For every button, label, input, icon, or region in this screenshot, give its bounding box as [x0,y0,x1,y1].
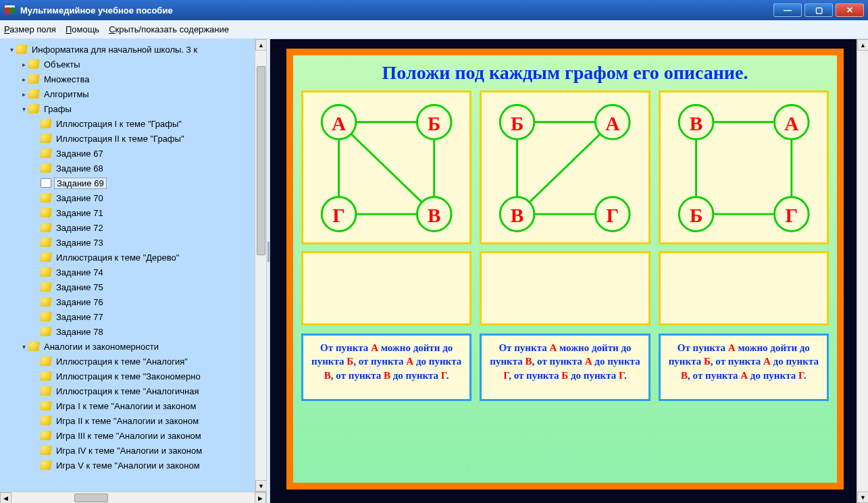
tree-item[interactable]: Задание 72 [3,220,266,235]
book-icon [40,282,52,292]
tree-item[interactable]: Игра II к теме "Аналогии и законом [3,413,266,428]
drop-target-2[interactable] [480,251,650,325]
tree-item[interactable]: Иллюстрация II к теме "Графы" [3,131,266,146]
window-minimize-button[interactable]: — [773,3,802,17]
scroll-up-icon[interactable]: ▲ [255,39,266,51]
tree-item[interactable]: Игра I к теме "Аналогии и законом [3,398,266,413]
tree-item[interactable]: Задание 74 [3,265,266,280]
description-card-3[interactable]: От пункта А можно дойти до пункта Б, от … [659,334,829,401]
scroll-down-icon[interactable]: ▼ [255,480,266,492]
open-book-icon [41,178,51,188]
tree-item-label: Игра III к теме "Аналогии и законом [54,431,203,441]
scroll-thumb[interactable] [257,66,265,255]
tree-item[interactable]: Задание 68 [3,161,266,176]
tree-item[interactable]: ▾Графы [3,101,266,116]
menu-size[interactable]: Размер поля [4,24,56,34]
tree-item[interactable]: Игра IV к теме "Аналогии и законом [3,443,266,458]
svg-text:Б: Б [511,113,524,134]
tree-item-label: Задание 67 [54,149,105,159]
scroll-thumb[interactable] [74,494,108,502]
book-icon [40,371,52,381]
book-icon [28,89,40,99]
svg-text:А: А [332,113,346,134]
tree-twisty-icon[interactable]: ▸ [19,90,28,98]
book-icon [40,208,52,217]
graph-cell-3: ВАБГ [659,90,829,244]
tree-item[interactable]: ▸Объекты [3,57,266,72]
description-card-2[interactable]: От пункта А можно дойти до пункта В, от … [480,334,650,401]
book-icon [40,223,52,232]
window-titlebar: Мультимедийное учебное пособие — ▢ ✕ [0,0,868,20]
app-icon [4,4,16,16]
tree-item[interactable]: ▸Множества [3,72,266,86]
tree-item[interactable]: Иллюстрация к теме "Аналогичная [3,383,266,398]
book-icon [28,104,40,113]
window-close-button[interactable]: ✕ [836,3,864,17]
tree-item-label: Иллюстрация к теме "Аналогичная [54,386,201,396]
scroll-left-icon[interactable]: ◀ [0,492,11,503]
tree-item[interactable]: ▾Информатика для начальной школы. 3 к [3,42,266,57]
book-icon [28,342,40,351]
description-card-1[interactable]: От пункта А можно дойти до пункта Б, от … [301,334,471,401]
tree-twisty-icon[interactable]: ▾ [19,105,28,113]
content-vertical-scrollbar[interactable]: ▲ ▼ [857,39,868,503]
book-icon [40,163,52,173]
tree-item-label: Множества [42,74,91,84]
menu-toggle-contents[interactable]: Скрыть/показать содержание [109,24,229,34]
window-maximize-button[interactable]: ▢ [805,3,833,17]
tree-item[interactable]: Задание 76 [3,294,266,309]
book-icon [16,45,28,54]
svg-text:В: В [428,205,440,226]
task-title: Положи под каждым графом его описание. [301,62,829,84]
tree-item[interactable]: Задание 71 [3,205,266,220]
menu-bar: Размер поля Помощь Скрыть/показать содер… [0,20,868,39]
tree-item-label: Задание 70 [54,193,105,203]
tree-item[interactable]: Игра III к теме "Аналогии и законом [3,428,266,443]
content-viewport: Положи под каждым графом его описание. А… [270,39,868,503]
tree-item[interactable]: ▸Алгоритмы [3,86,266,101]
book-icon [40,356,52,366]
tree-item[interactable]: Задание 73 [3,235,266,250]
tree-item[interactable]: Иллюстрация к теме "Аналогия" [3,354,266,369]
contents-tree[interactable]: ▾Информатика для начальной школы. 3 к▸Об… [0,39,266,492]
tree-twisty-icon[interactable]: ▸ [19,76,28,83]
svg-text:Г: Г [607,205,619,226]
tree-twisty-icon[interactable]: ▾ [19,343,28,350]
tree-item-label: Задание 68 [54,163,105,174]
tree-vertical-scrollbar[interactable]: ▲ ▼ [255,39,266,492]
svg-text:В: В [511,205,524,226]
drop-targets-row [301,251,829,325]
svg-text:Б: Б [428,113,440,134]
book-icon [40,312,52,321]
svg-text:Г: Г [785,205,798,226]
tree-item[interactable]: ▾Аналогии и закономерности [3,339,266,354]
tree-item[interactable]: Задание 70 [3,190,266,205]
tree-item[interactable]: Задание 75 [3,280,266,294]
scroll-down-icon[interactable]: ▼ [857,492,868,503]
tree-item[interactable]: Задание 67 [3,146,266,161]
book-icon [40,134,52,143]
tree-horizontal-scrollbar[interactable]: ◀ ▶ [0,492,266,503]
tree-item[interactable]: Задание 77 [3,309,266,324]
tree-item[interactable]: Задание 69 [3,176,266,190]
scroll-up-icon[interactable]: ▲ [857,39,868,51]
menu-help[interactable]: Помощь [66,24,99,34]
tree-item[interactable]: Иллюстрация к теме "Закономерно [3,369,266,383]
tree-item-label: Задание 72 [54,223,105,233]
book-icon [40,193,52,203]
tree-item[interactable]: Задание 78 [3,324,266,339]
tree-twisty-icon[interactable]: ▾ [7,46,16,53]
svg-text:Г: Г [332,205,345,226]
scroll-right-icon[interactable]: ▶ [255,492,266,503]
tree-item[interactable]: Игра V к теме "Аналогии и законом [3,458,266,473]
book-icon [40,416,52,425]
tree-item[interactable]: Иллюстрация к теме "Дерево" [3,250,266,265]
drop-target-1[interactable] [301,251,471,325]
tree-twisty-icon[interactable]: ▸ [19,61,28,68]
svg-text:А: А [784,113,798,134]
svg-rect-1 [10,7,15,14]
book-icon [40,297,52,307]
book-icon [28,59,40,69]
drop-target-3[interactable] [659,251,829,325]
tree-item[interactable]: Иллюстрация I к теме "Графы" [3,116,266,131]
